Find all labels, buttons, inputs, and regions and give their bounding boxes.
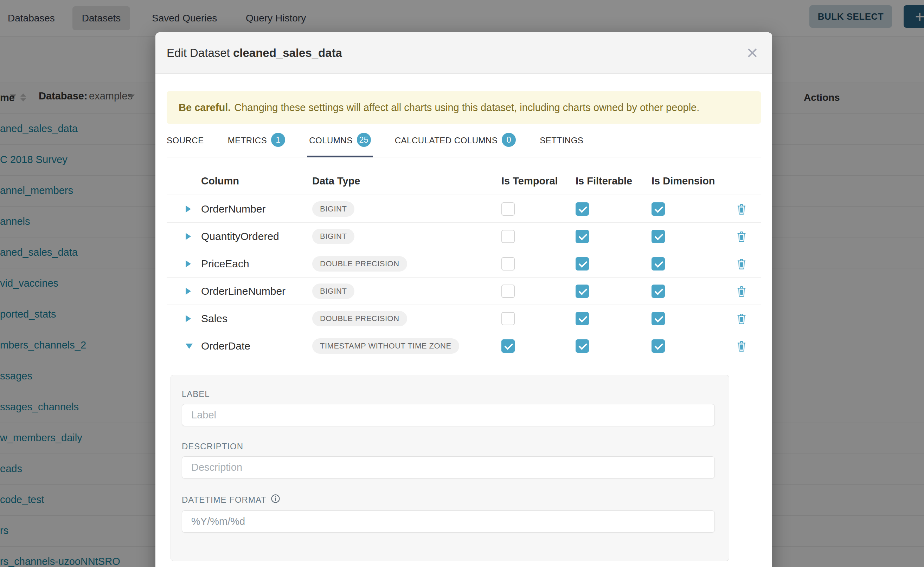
column-header: Column <box>201 175 312 187</box>
is-filterable-checkbox[interactable] <box>576 257 589 270</box>
is-temporal-checkbox[interactable] <box>501 230 515 243</box>
delete-column-icon[interactable] <box>736 340 747 352</box>
datetime-format-field-label: DATETIME FORMAT <box>182 495 266 505</box>
is-dimension-checkbox[interactable] <box>652 312 665 325</box>
tab-label: CALCULATED COLUMNS <box>395 136 498 146</box>
is-dimension-header: Is Dimension <box>652 175 722 187</box>
is-temporal-checkbox[interactable] <box>501 257 515 270</box>
column-name: Sales <box>201 313 312 325</box>
columns-table-header: Column Data Type Is Temporal Is Filterab… <box>167 158 761 195</box>
info-icon[interactable] <box>271 494 280 506</box>
tab-label: SETTINGS <box>540 136 583 146</box>
data-type-badge: DOUBLE PRECISION <box>312 256 407 272</box>
column-name: OrderDate <box>201 340 312 352</box>
delete-column-icon[interactable] <box>736 203 747 215</box>
column-row: OrderNumberBIGINT <box>167 195 761 223</box>
close-icon[interactable]: × <box>746 45 758 61</box>
description-input[interactable] <box>182 456 715 478</box>
delete-column-icon[interactable] <box>736 231 747 242</box>
column-row: OrderDateTIMESTAMP WITHOUT TIME ZONE <box>167 332 761 360</box>
is-filterable-checkbox[interactable] <box>576 230 589 243</box>
tab-calculated-columns[interactable]: CALCULATED COLUMNS0 <box>395 134 516 157</box>
warning-text: Changing these settings will affect all … <box>234 102 699 114</box>
column-name: QuantityOrdered <box>201 231 312 242</box>
expand-row-icon[interactable] <box>186 260 191 267</box>
data-type-badge: BIGINT <box>312 229 354 244</box>
warning-bold: Be careful. <box>179 102 231 114</box>
is-temporal-checkbox[interactable] <box>501 202 515 216</box>
is-dimension-checkbox[interactable] <box>652 257 665 270</box>
edit-dataset-modal: Edit Dataset cleaned_sales_data × Be car… <box>155 32 772 567</box>
column-row: SalesDOUBLE PRECISION <box>167 305 761 332</box>
column-row: OrderLineNumberBIGINT <box>167 278 761 305</box>
warning-banner: Be careful. Changing these settings will… <box>167 92 761 124</box>
tab-count-badge: 0 <box>502 133 516 147</box>
modal-body: Be careful. Changing these settings will… <box>155 92 772 561</box>
expand-row-icon[interactable] <box>186 233 191 240</box>
is-dimension-checkbox[interactable] <box>652 285 665 298</box>
is-filterable-checkbox[interactable] <box>576 285 589 298</box>
tab-settings[interactable]: SETTINGS <box>540 134 583 157</box>
is-filterable-checkbox[interactable] <box>576 339 589 353</box>
delete-column-icon[interactable] <box>736 313 747 325</box>
column-name: OrderNumber <box>201 203 312 215</box>
is-temporal-checkbox[interactable] <box>501 312 515 325</box>
tab-count-badge: 25 <box>357 133 371 147</box>
expand-row-icon[interactable] <box>186 315 191 322</box>
tab-label: METRICS <box>228 136 267 146</box>
is-temporal-header: Is Temporal <box>501 175 576 187</box>
delete-column-icon[interactable] <box>736 258 747 270</box>
modal-title: Edit Dataset cleaned_sales_data <box>167 46 342 60</box>
tab-columns[interactable]: COLUMNS25 <box>309 134 371 157</box>
column-name: OrderLineNumber <box>201 285 312 297</box>
is-filterable-header: Is Filterable <box>576 175 652 187</box>
is-filterable-checkbox[interactable] <box>576 202 589 216</box>
data-type-badge: BIGINT <box>312 284 354 299</box>
modal-title-dataset-name: cleaned_sales_data <box>233 46 342 59</box>
expand-row-icon[interactable] <box>186 206 191 213</box>
data-type-badge: DOUBLE PRECISION <box>312 311 407 326</box>
tab-label: COLUMNS <box>309 136 353 146</box>
expand-row-icon[interactable] <box>186 288 191 295</box>
column-name: PriceEach <box>201 258 312 270</box>
is-temporal-checkbox[interactable] <box>501 339 515 353</box>
tab-metrics[interactable]: METRICS1 <box>228 134 286 157</box>
column-detail-panel: LABEL DESCRIPTION DATETIME FORMAT <box>170 375 729 561</box>
is-dimension-checkbox[interactable] <box>652 339 665 353</box>
modal-tabs: SOURCEMETRICS1COLUMNS25CALCULATED COLUMN… <box>167 134 761 158</box>
tab-label: SOURCE <box>167 136 204 146</box>
delete-column-icon[interactable] <box>736 285 747 297</box>
tab-count-badge: 1 <box>271 133 285 147</box>
modal-header: Edit Dataset cleaned_sales_data × <box>155 32 772 74</box>
column-row: PriceEachDOUBLE PRECISION <box>167 250 761 278</box>
is-dimension-checkbox[interactable] <box>652 202 665 216</box>
is-filterable-checkbox[interactable] <box>576 312 589 325</box>
data-type-badge: BIGINT <box>312 201 354 217</box>
label-input[interactable] <box>182 404 715 426</box>
is-temporal-checkbox[interactable] <box>501 285 515 298</box>
label-field-label: LABEL <box>182 389 715 399</box>
data-type-header: Data Type <box>312 175 501 187</box>
data-type-badge: TIMESTAMP WITHOUT TIME ZONE <box>312 338 459 354</box>
datetime-format-input[interactable] <box>182 510 715 532</box>
description-field-label: DESCRIPTION <box>182 442 715 452</box>
modal-title-prefix: Edit Dataset <box>167 46 230 59</box>
columns-table-body: OrderNumberBIGINTQuantityOrderedBIGINTPr… <box>167 195 761 360</box>
column-row: QuantityOrderedBIGINT <box>167 223 761 250</box>
tab-source[interactable]: SOURCE <box>167 134 204 157</box>
collapse-row-icon[interactable] <box>186 344 193 349</box>
is-dimension-checkbox[interactable] <box>652 230 665 243</box>
